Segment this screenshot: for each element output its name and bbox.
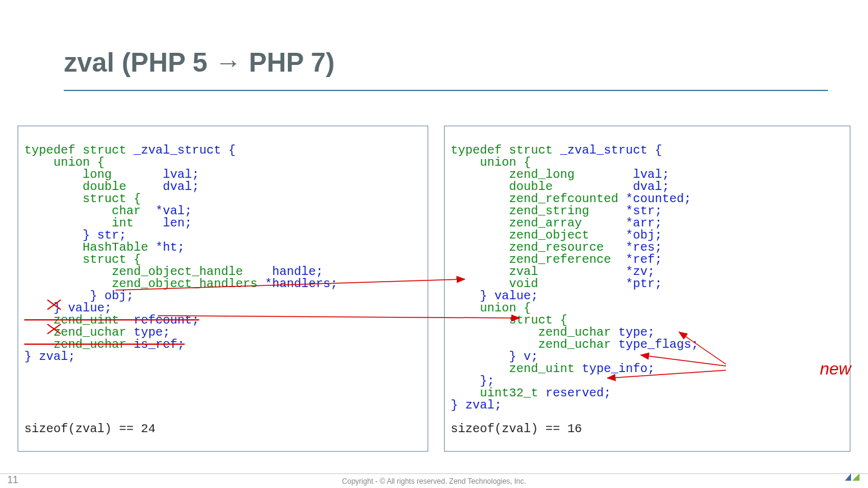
zend-logo [844, 472, 861, 487]
footer-copyright: Copyright - © All rights reserved. Zend … [0, 473, 868, 488]
page-number: 11 [7, 475, 18, 486]
code-php7: typedef struct _zval_struct { union { ze… [444, 126, 850, 452]
sizeof-php7: sizeof(zval) == 16 [451, 423, 582, 435]
new-label: new [820, 359, 851, 379]
sizeof-php5: sizeof(zval) == 24 [24, 423, 155, 435]
slide-title: zval (PHP 5 → PHP 7) [64, 47, 335, 78]
code-php5: typedef struct _zval_struct { union { lo… [18, 126, 428, 452]
title-rule [64, 90, 828, 91]
slide: zval (PHP 5 → PHP 7) typedef struct _zva… [0, 0, 868, 488]
